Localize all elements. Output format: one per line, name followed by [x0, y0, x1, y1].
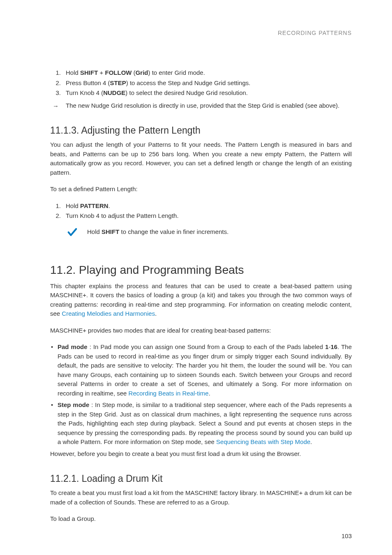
body-paragraph: This chapter explains the process and fe… [50, 282, 352, 319]
step-text: Turn Knob 4 to adjust the Pattern Length… [66, 212, 179, 219]
body-paragraph: To set a defined Pattern Length: [50, 185, 352, 194]
body-paragraph: You can adjust the length of your Patter… [50, 140, 352, 177]
page-number: 103 [341, 532, 352, 539]
list-item: 2. Press Button 4 (STEP) to access the S… [63, 79, 352, 88]
list-item: 1. Hold SHIFT + FOLLOW (Grid) to enter G… [63, 68, 352, 78]
link-recording-beats-realtime[interactable]: Recording Beats in Real-time [129, 390, 209, 397]
step-text: Hold PATTERN. [66, 202, 110, 209]
pattern-length-steps: 1. Hold PATTERN. 2. Turn Knob 4 to adjus… [50, 201, 352, 221]
bullet-step-mode: Step mode : In Step mode, is similar to … [58, 400, 352, 447]
result-line: → The new Nudge Grid resolution is direc… [50, 101, 352, 111]
heading-playing-programming-beats: 11.2. Playing and Programming Beats [50, 264, 352, 277]
step-text: Hold SHIFT + FOLLOW (Grid) to enter Grid… [66, 69, 205, 76]
body-paragraph: MASCHINE+ provides two modes that are id… [50, 326, 352, 335]
step-number: 1. [51, 68, 61, 78]
document-page: RECORDING PATTERNS 1. Hold SHIFT + FOLLO… [0, 0, 392, 555]
heading-adjusting-pattern-length: 11.1.3. Adjusting the Pattern Length [50, 125, 352, 136]
result-text: The new Nudge Grid resolution is directl… [66, 102, 339, 109]
list-item: 1. Hold PATTERN. [63, 201, 352, 211]
tip-text: Hold SHIFT to change the value in finer … [87, 227, 228, 237]
body-paragraph: To create a beat you must first load a k… [50, 488, 352, 507]
bullet-pad-mode: Pad mode : In Pad mode you can assign on… [58, 342, 352, 398]
grid-mode-steps: 1. Hold SHIFT + FOLLOW (Grid) to enter G… [50, 68, 352, 98]
body-paragraph: To load a Group. [50, 514, 352, 524]
step-text: Press Button 4 (STEP) to access the Step… [66, 79, 250, 86]
tip-block: Hold SHIFT to change the value in finer … [67, 227, 352, 240]
step-number: 2. [51, 211, 61, 221]
page-header: RECORDING PATTERNS [50, 30, 352, 36]
step-number: 3. [51, 88, 61, 98]
list-item: 2. Turn Knob 4 to adjust the Pattern Len… [63, 211, 352, 221]
arrow-right-icon: → [53, 102, 59, 111]
list-item: 3. Turn Knob 4 (NUDGE) to select the des… [63, 88, 352, 98]
mode-bullet-list: Pad mode : In Pad mode you can assign on… [50, 342, 352, 447]
step-text: Turn Knob 4 (NUDGE) to select the desire… [66, 89, 248, 96]
link-creating-melodies[interactable]: Creating Melodies and Harmonies [62, 310, 155, 317]
step-number: 1. [51, 201, 61, 211]
checkmark-icon [67, 227, 78, 240]
link-sequencing-step-mode[interactable]: Sequencing Beats with Step Mode [216, 438, 310, 445]
step-number: 2. [51, 79, 61, 88]
body-paragraph: However, before you begin to create a be… [50, 449, 352, 459]
heading-loading-drum-kit: 11.2.1. Loading a Drum Kit [50, 473, 352, 484]
